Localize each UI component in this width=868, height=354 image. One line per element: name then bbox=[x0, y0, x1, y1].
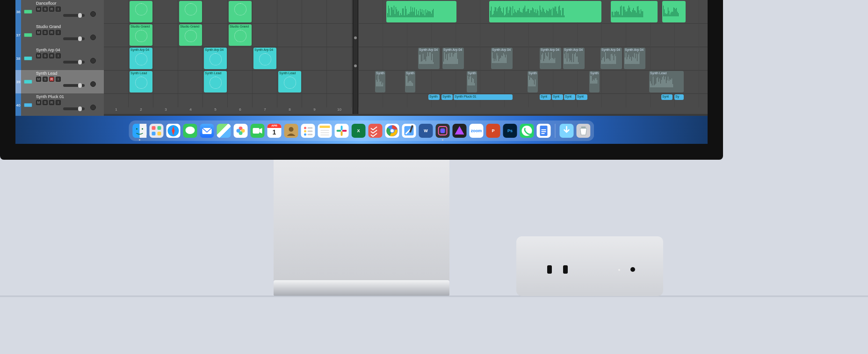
dock-downloads-icon[interactable] bbox=[560, 124, 574, 138]
track-i-button[interactable]: I bbox=[56, 7, 61, 12]
audio-region[interactable]: Synth bbox=[589, 71, 600, 92]
dock-affinity-icon[interactable] bbox=[453, 124, 467, 138]
midi-region[interactable] bbox=[130, 1, 152, 22]
track-header[interactable]: Synth Pluck 01 MSRI bbox=[21, 93, 104, 117]
track-i-button[interactable]: I bbox=[56, 100, 61, 105]
arrange-area-left[interactable]: Studio GrandStudio GrandStudio GrandSynt… bbox=[104, 0, 353, 107]
audio-region[interactable]: Synth bbox=[467, 71, 477, 92]
audio-region[interactable]: Synth bbox=[441, 94, 453, 100]
audio-region[interactable]: Synth Arp 04 bbox=[442, 48, 464, 69]
track-i-button[interactable]: I bbox=[56, 77, 61, 82]
dock-reminders-icon[interactable] bbox=[301, 124, 315, 138]
midi-region[interactable]: Synth Arp 04 bbox=[130, 48, 152, 69]
midi-region[interactable] bbox=[179, 1, 202, 22]
dock-todoist-icon[interactable] bbox=[369, 124, 383, 138]
dock-photoshop-icon[interactable]: Ps bbox=[503, 124, 517, 138]
dock-powerpoint-icon[interactable]: P bbox=[486, 124, 500, 138]
track-header[interactable]: Synth Lead MSRI bbox=[21, 70, 104, 93]
track-m-button[interactable]: M bbox=[36, 53, 41, 58]
midi-region[interactable]: Synth Lead bbox=[130, 71, 152, 92]
audio-region[interactable]: Synth Lead bbox=[649, 71, 684, 92]
track-volume-fader[interactable] bbox=[63, 107, 85, 110]
track-s-button[interactable]: S bbox=[43, 30, 48, 35]
track-pan-knob[interactable] bbox=[90, 105, 96, 110]
audio-region[interactable]: Synth Arp 04 bbox=[418, 48, 440, 69]
audio-region[interactable]: Sy bbox=[674, 94, 684, 100]
track-number[interactable]: 38 bbox=[15, 47, 21, 70]
track-s-button[interactable]: S bbox=[43, 100, 48, 105]
track-volume-fader[interactable] bbox=[63, 37, 85, 40]
track-number[interactable]: 37 bbox=[15, 23, 21, 47]
automation-dot[interactable] bbox=[354, 36, 357, 39]
track-i-button[interactable]: I bbox=[56, 30, 61, 35]
audio-region[interactable]: Synth bbox=[405, 71, 415, 92]
dock-shortcuts-icon[interactable] bbox=[436, 124, 450, 138]
dock-launchpad-icon[interactable] bbox=[150, 124, 164, 138]
track-i-button[interactable]: I bbox=[56, 53, 61, 58]
track-s-button[interactable]: S bbox=[43, 77, 48, 82]
dock-mail-icon[interactable] bbox=[200, 124, 214, 138]
track-r-button[interactable]: R bbox=[49, 53, 54, 58]
audio-region[interactable]: Synth Arp 04 bbox=[540, 48, 561, 69]
automation-dot[interactable] bbox=[354, 64, 357, 67]
timeline-ruler[interactable]: 12345678910 bbox=[104, 107, 708, 114]
track-m-button[interactable]: M bbox=[36, 30, 41, 35]
midi-region[interactable]: Synth Arp 04 bbox=[204, 48, 227, 69]
dock-calendar-icon[interactable]: APR1 bbox=[268, 124, 282, 138]
dock-xcode-icon[interactable] bbox=[402, 124, 416, 138]
track-m-button[interactable]: M bbox=[36, 77, 41, 82]
dock-word-icon[interactable]: W bbox=[419, 124, 433, 138]
dock-zoom-icon[interactable]: zoom bbox=[470, 124, 484, 138]
audio-region[interactable]: Synth Pluck 01 bbox=[454, 94, 513, 100]
audio-region[interactable]: Synth Arp 04 bbox=[624, 48, 645, 69]
track-s-button[interactable]: S bbox=[43, 53, 48, 58]
audio-region[interactable]: Synt bbox=[552, 94, 563, 100]
dock-safari-icon[interactable] bbox=[166, 124, 181, 138]
track-number[interactable]: 39 bbox=[15, 70, 21, 93]
track-r-button[interactable]: R bbox=[49, 100, 54, 105]
midi-region[interactable]: Studio Grand bbox=[130, 24, 152, 46]
track-volume-fader[interactable] bbox=[63, 14, 85, 17]
audio-region[interactable] bbox=[489, 1, 601, 22]
dock-facetime-icon[interactable] bbox=[251, 124, 265, 138]
audio-region[interactable]: Synt bbox=[564, 94, 575, 100]
dock-excel-icon[interactable]: X bbox=[352, 124, 366, 138]
dock-messages-icon[interactable] bbox=[183, 124, 197, 138]
dock-photos-icon[interactable] bbox=[234, 124, 248, 138]
dock-chrome-icon[interactable] bbox=[385, 124, 399, 138]
midi-region[interactable] bbox=[229, 1, 252, 22]
dock-trash-icon[interactable] bbox=[577, 124, 591, 138]
track-volume-fader[interactable] bbox=[63, 84, 85, 87]
midi-region[interactable]: Studio Grand bbox=[179, 24, 202, 46]
audio-region[interactable] bbox=[611, 1, 658, 22]
audio-region[interactable]: Synt bbox=[540, 94, 551, 100]
audio-region[interactable] bbox=[386, 1, 456, 22]
audio-region[interactable]: Synt bbox=[661, 94, 673, 100]
track-m-button[interactable]: M bbox=[36, 7, 41, 12]
track-header[interactable]: Dancefloor MSRI bbox=[21, 0, 104, 23]
track-r-button[interactable]: R bbox=[49, 7, 54, 12]
audio-region[interactable]: Synt bbox=[576, 94, 587, 100]
audio-region[interactable] bbox=[662, 1, 686, 22]
track-pan-knob[interactable] bbox=[90, 81, 96, 87]
midi-region[interactable]: Synth Lead bbox=[204, 71, 227, 92]
track-header[interactable]: Synth Arp 04 MSRI bbox=[21, 47, 104, 70]
track-number[interactable]: 40 bbox=[15, 93, 21, 117]
track-r-button[interactable]: R bbox=[49, 77, 54, 82]
track-s-button[interactable]: S bbox=[43, 7, 48, 12]
dock-finder-icon[interactable] bbox=[133, 124, 147, 138]
dock-google-docs-icon[interactable] bbox=[537, 124, 551, 138]
track-volume-fader[interactable] bbox=[63, 61, 85, 64]
audio-region[interactable]: Synth bbox=[428, 94, 440, 100]
dock-whatsapp-icon[interactable] bbox=[520, 124, 534, 138]
audio-region[interactable]: Synth bbox=[375, 71, 385, 92]
dock-slack-icon[interactable] bbox=[335, 124, 349, 138]
track-pan-knob[interactable] bbox=[90, 11, 96, 17]
midi-region[interactable]: Studio Grand bbox=[229, 24, 252, 46]
dock-maps-icon[interactable] bbox=[217, 124, 231, 138]
audio-region[interactable]: Synth Arp 04 bbox=[491, 48, 513, 69]
arrange-divider[interactable] bbox=[353, 0, 358, 114]
track-r-button[interactable]: R bbox=[49, 30, 54, 35]
midi-region[interactable]: Synth Lead bbox=[278, 71, 301, 92]
dock-contacts-icon[interactable] bbox=[284, 124, 298, 138]
